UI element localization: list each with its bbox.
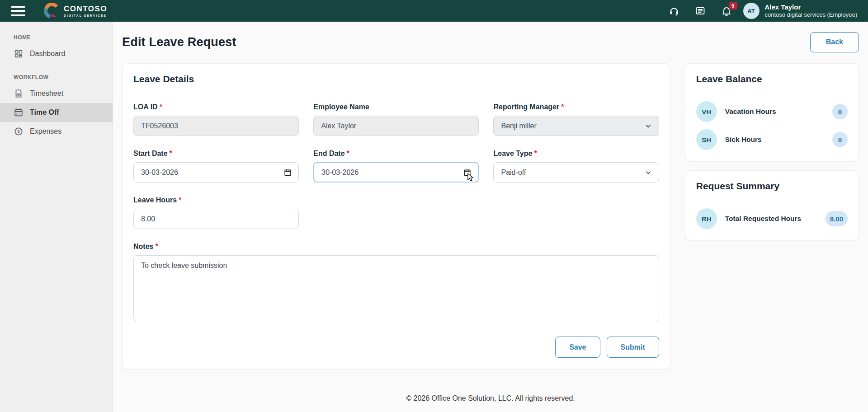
calendar-picker-icon[interactable]	[463, 168, 472, 177]
calendar-icon	[14, 108, 24, 117]
sick-hours-avatar: SH	[696, 129, 717, 150]
employee-name-input[interactable]	[313, 116, 479, 136]
required-asterisk: *	[179, 196, 181, 204]
sick-hours-value: 0	[832, 132, 848, 147]
leave-type-select[interactable]: Paid-off	[493, 162, 659, 183]
sidebar-item-label: Expenses	[30, 127, 61, 136]
leave-type-label: Leave Type	[493, 150, 532, 157]
sidebar-item-dashboard[interactable]: Dashboard	[0, 44, 113, 63]
user-menu[interactable]: AT Alex Taylor contoso digital services …	[743, 3, 857, 19]
copyright-text: © 2026 Office One Solution, LLC. All rig…	[122, 394, 859, 403]
main-content: Edit Leave Request Back Leave Details LO…	[113, 22, 868, 412]
requested-hours-value: 8.00	[826, 211, 848, 226]
leave-details-card: Leave Details LOA ID* Employee Name Repo…	[122, 63, 670, 369]
vacation-hours-avatar: VH	[696, 101, 717, 122]
menu-toggle-button[interactable]	[11, 6, 25, 16]
chevron-down-icon	[644, 122, 652, 130]
sidebar-item-label: Timesheet	[30, 89, 63, 98]
user-role: contoso digital services (Employee)	[765, 11, 857, 19]
brand-name: CONTOSO	[64, 5, 107, 13]
reporting-manager-value: Benji miller	[501, 122, 536, 130]
end-date-label: End Date	[313, 150, 344, 157]
brand-logo[interactable]: CONTOSO DIGITAL SERVICES	[43, 3, 107, 19]
notes-textarea[interactable]: To check leave submission	[133, 255, 659, 321]
svg-text:$: $	[17, 129, 19, 134]
leave-details-title: Leave Details	[123, 64, 670, 92]
leave-hours-label: Leave Hours	[133, 196, 177, 204]
leave-hours-field-group: Leave Hours*	[133, 196, 299, 229]
sidebar-item-expenses[interactable]: $ Expenses	[0, 122, 113, 141]
loa-id-field-group: LOA ID*	[133, 103, 299, 136]
sidebar-item-timesheet[interactable]: Timesheet	[0, 84, 113, 103]
messages-button[interactable]	[693, 4, 707, 18]
sidebar-item-label: Dashboard	[30, 50, 65, 58]
end-date-field-group: End Date* 30-03-2026	[313, 150, 479, 183]
start-date-field-group: Start Date* 30-03-2026	[133, 150, 299, 183]
top-navbar: CONTOSO DIGITAL SERVICES	[0, 0, 868, 22]
vacation-hours-value: 0	[832, 104, 848, 119]
notification-count-badge: 9	[729, 2, 737, 9]
reporting-manager-field-group: Reporting Manager* Benji miller	[493, 103, 659, 136]
vacation-hours-label: Vacation Hours	[725, 108, 824, 116]
back-button[interactable]: Back	[810, 32, 859, 52]
loa-id-input[interactable]	[133, 116, 299, 136]
start-date-label: Start Date	[133, 150, 168, 157]
required-asterisk: *	[160, 103, 162, 111]
employee-name-label: Employee Name	[313, 103, 369, 111]
request-summary-card: Request Summary RH Total Requested Hours…	[685, 170, 859, 240]
dashboard-grid-icon	[14, 49, 24, 59]
end-date-input[interactable]: 30-03-2026	[313, 162, 479, 183]
calendar-picker-icon[interactable]	[283, 168, 292, 177]
timesheet-document-icon	[14, 89, 24, 98]
end-date-value: 30-03-2026	[321, 169, 359, 177]
sidebar-section-home: HOME	[0, 30, 113, 44]
required-asterisk: *	[534, 150, 537, 157]
notes-field-group: Notes* To check leave submission	[133, 243, 659, 323]
reporting-manager-select[interactable]: Benji miller	[493, 116, 659, 136]
chevron-down-icon	[644, 169, 652, 177]
save-button[interactable]: Save	[555, 337, 600, 358]
leave-type-value: Paid-off	[501, 169, 526, 177]
required-asterisk: *	[347, 150, 349, 157]
leave-balance-title: Leave Balance	[685, 64, 859, 92]
balance-row-vacation: VH Vacation Hours 0	[696, 101, 848, 122]
request-summary-title: Request Summary	[685, 171, 859, 199]
user-avatar: AT	[743, 3, 760, 19]
notifications-button[interactable]: 9	[720, 4, 733, 18]
required-asterisk: *	[561, 103, 564, 111]
sick-hours-label: Sick Hours	[725, 136, 824, 144]
leave-balance-card: Leave Balance VH Vacation Hours 0 SH Sic…	[685, 63, 859, 161]
balance-row-sick: SH Sick Hours 0	[696, 129, 848, 150]
user-name: Alex Taylor	[765, 3, 857, 12]
start-date-value: 30-03-2026	[141, 169, 178, 177]
sidebar-section-workflow: WORKFLOW	[0, 70, 113, 84]
submit-button[interactable]: Submit	[607, 337, 659, 358]
summary-row-total-hours: RH Total Requested Hours 8.00	[696, 208, 848, 229]
reporting-manager-label: Reporting Manager	[493, 103, 559, 111]
sidebar-item-time-off[interactable]: Time Off	[0, 103, 113, 122]
leave-type-field-group: Leave Type* Paid-off	[493, 150, 659, 183]
notes-label: Notes	[133, 243, 153, 250]
page-title: Edit Leave Request	[122, 35, 236, 49]
sidebar: HOME Dashboard WORKFLOW Timeshe	[0, 22, 113, 412]
start-date-input[interactable]: 30-03-2026	[133, 162, 299, 183]
dollar-circle-icon: $	[14, 126, 24, 136]
brand-tagline: DIGITAL SERVICES	[64, 14, 107, 17]
contoso-logo-icon	[43, 3, 60, 19]
required-asterisk: *	[170, 150, 172, 157]
required-asterisk: *	[155, 243, 158, 250]
sidebar-item-label: Time Off	[30, 108, 59, 117]
employee-name-field-group: Employee Name	[313, 103, 479, 136]
requested-hours-avatar: RH	[696, 208, 717, 229]
loa-id-label: LOA ID	[133, 103, 158, 111]
messages-icon	[695, 5, 706, 16]
support-headset-button[interactable]	[667, 4, 681, 18]
requested-hours-label: Total Requested Hours	[725, 215, 817, 223]
leave-hours-input[interactable]	[133, 209, 299, 229]
headset-icon	[669, 5, 679, 16]
